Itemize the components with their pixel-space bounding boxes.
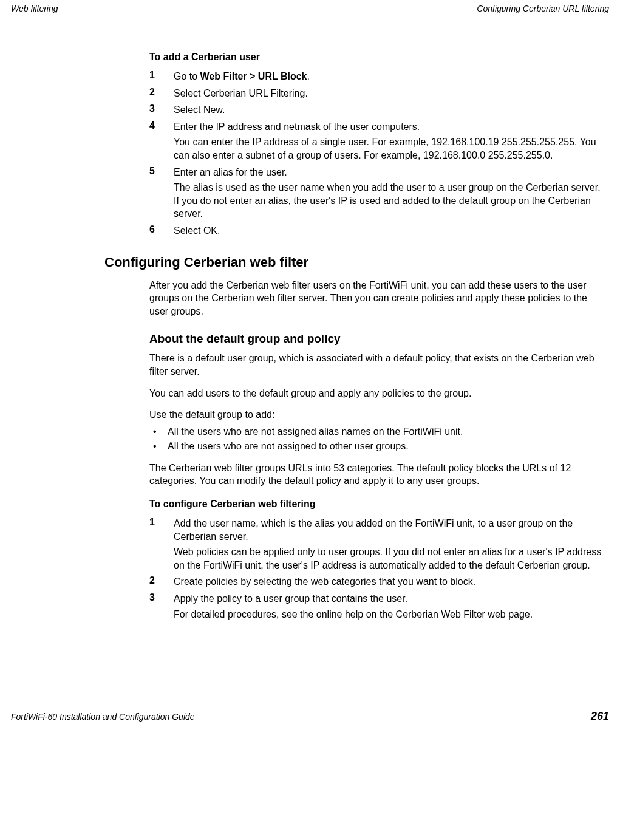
page-content: To add a Cerberian user 1 Go to Web Filt… [0,16,620,621]
procedure-title: To add a Cerberian user [149,52,603,63]
step-text-bold: Web Filter > URL Block [200,71,307,81]
step-row: 3 Select New. [149,103,603,117]
step-row: 6 Select OK. [149,224,603,237]
step-number: 3 [149,592,174,603]
step-number: 2 [149,575,174,586]
body-paragraph: The Cerberian web filter groups URLs int… [149,462,603,488]
step-number: 6 [149,224,174,235]
step-text-line: Enter an alias for the user. [174,166,603,179]
body-paragraph: There is a default user group, which is … [149,352,603,378]
bullet-item: • All the users who are not assigned to … [149,440,603,453]
step-text: Enter the IP address and netmask of the … [174,120,603,162]
step-text: Select Cerberian URL Filtering. [174,87,603,100]
step-text-line: Apply the policy to a user group that co… [174,592,603,606]
step-text: Create policies by selecting the web cat… [174,575,603,589]
page-number: 261 [591,710,609,723]
step-text: Go to Web Filter > URL Block. [174,70,603,83]
step-number: 3 [149,103,174,114]
step-number: 1 [149,517,174,528]
subsection-heading: About the default group and policy [149,332,603,346]
step-text-suffix: . [307,71,309,81]
step-row: 5 Enter an alias for the user. The alias… [149,166,603,220]
step-row: 4 Enter the IP address and netmask of th… [149,120,603,162]
step-text-paragraph: For detailed procedures, see the online … [174,608,603,621]
bullet-text: All the users who are not assigned alias… [168,425,463,439]
page-header: Web filtering Configuring Cerberian URL … [0,0,620,16]
bullet-text: All the users who are not assigned to ot… [168,440,409,453]
step-text-line: Add the user name, which is the alias yo… [174,517,603,543]
step-text: Apply the policy to a user group that co… [174,592,603,621]
section-heading: Configuring Cerberian web filter [104,254,603,270]
step-text-paragraph: You can enter the IP address of a single… [174,135,603,162]
step-text: Enter an alias for the user. The alias i… [174,166,603,220]
body-paragraph: Use the default group to add: [149,408,603,422]
step-text: Add the user name, which is the alias yo… [174,517,603,572]
page-footer: FortiWiFi-60 Installation and Configurat… [0,706,620,729]
step-row: 3 Apply the policy to a user group that … [149,592,603,621]
bullet-dot-icon: • [149,440,168,453]
step-text-paragraph: The alias is used as the user name when … [174,181,603,220]
step-row: 1 Go to Web Filter > URL Block. [149,70,603,83]
body-paragraph: You can add users to the default group a… [149,387,603,400]
bullet-item: • All the users who are not assigned ali… [149,425,603,439]
footer-left: FortiWiFi-60 Installation and Configurat… [11,712,195,722]
step-row: 2 Select Cerberian URL Filtering. [149,87,603,100]
bullet-dot-icon: • [149,425,168,439]
step-text-line: Enter the IP address and netmask of the … [174,120,603,134]
step-row: 2 Create policies by selecting the web c… [149,575,603,589]
step-text-prefix: Go to [174,71,200,81]
header-right: Configuring Cerberian URL filtering [477,4,609,13]
step-number: 5 [149,166,174,177]
step-number: 1 [149,70,174,81]
step-text: Select New. [174,103,603,117]
header-left: Web filtering [11,4,58,13]
step-number: 4 [149,120,174,131]
step-row: 1 Add the user name, which is the alias … [149,517,603,572]
procedure-title: To configure Cerberian web filtering [149,499,603,510]
body-paragraph: After you add the Cerberian web filter u… [149,279,603,318]
step-text-paragraph: Web policies can be applied only to user… [174,545,603,572]
step-number: 2 [149,87,174,98]
step-text: Select OK. [174,224,603,237]
